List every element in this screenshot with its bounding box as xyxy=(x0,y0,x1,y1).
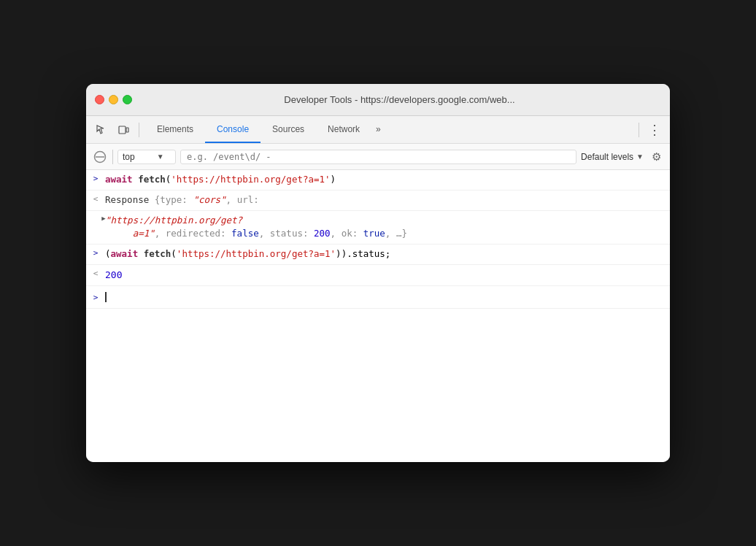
devtools-toolbar: Elements Console Sources Network » ⋮ xyxy=(86,116,670,144)
console-line: ▶ "https://httpbin.org/get? a=1", redire… xyxy=(86,211,670,245)
input-indicator-icon: > xyxy=(86,246,105,260)
string-span: 'https://httpbin.org/get?a=1' xyxy=(177,248,336,259)
console-input-line[interactable]: > xyxy=(86,286,670,309)
console-line-content: Response {type: "cors", url: xyxy=(105,192,664,209)
console-body: > await fetch('https://httpbin.org/get?a… xyxy=(86,170,670,462)
console-line: < Response {type: "cors", url: xyxy=(86,191,670,211)
output-value: 200 xyxy=(105,269,122,280)
svg-rect-1 xyxy=(126,128,128,132)
window-title: Developer Tools - https://developers.goo… xyxy=(138,94,661,105)
tab-sources[interactable]: Sources xyxy=(261,116,316,143)
inspect-element-icon[interactable] xyxy=(92,120,111,139)
device-toggle-icon[interactable] xyxy=(114,120,133,139)
filter-input-wrap xyxy=(180,150,576,164)
close-button[interactable] xyxy=(95,95,104,104)
console-input-content[interactable] xyxy=(105,289,670,306)
context-selector[interactable]: top ▼ xyxy=(117,150,176,164)
devtools-tabs: Elements Console Sources Network » xyxy=(145,116,633,143)
expand-icon: ▶ xyxy=(86,212,105,224)
console-line-content: 200 xyxy=(105,266,664,284)
console-toolbar: top ▼ Default levels ▼ ⚙ xyxy=(86,144,670,170)
toolbar-separator xyxy=(139,123,139,137)
console-line: < 200 xyxy=(86,265,670,286)
function-span: fetch xyxy=(144,248,171,259)
tab-network[interactable]: Network xyxy=(316,116,371,143)
console-line-content: "https://httpbin.org/get? a=1", redirect… xyxy=(105,212,664,243)
function-span: fetch xyxy=(138,174,166,185)
traffic-lights xyxy=(95,95,132,104)
string-span: 'https://httpbin.org/get?a=1' xyxy=(171,174,330,185)
cursor-input-icon: > xyxy=(86,291,105,304)
levels-arrow-icon: ▼ xyxy=(636,153,644,161)
context-arrow-icon: ▼ xyxy=(157,153,164,161)
keyword-span: await xyxy=(111,248,144,259)
tab-console[interactable]: Console xyxy=(205,116,261,143)
minimize-button[interactable] xyxy=(109,95,118,104)
filter-input[interactable] xyxy=(187,152,570,162)
settings-icon[interactable]: ⚙ xyxy=(648,149,664,165)
console-line-content: await fetch('https://httpbin.org/get?a=1… xyxy=(105,172,664,188)
maximize-button[interactable] xyxy=(123,95,132,104)
input-indicator-icon: > xyxy=(86,172,105,185)
devtools-window: Developer Tools - https://developers.goo… xyxy=(86,84,670,462)
tab-elements[interactable]: Elements xyxy=(145,116,205,143)
levels-selector[interactable]: Default levels ▼ xyxy=(581,152,644,162)
toolbar-separator-2 xyxy=(639,123,639,137)
more-tabs-button[interactable]: » xyxy=(371,116,385,143)
titlebar: Developer Tools - https://developers.goo… xyxy=(86,84,670,116)
svg-rect-0 xyxy=(119,126,126,134)
output-indicator-icon: < xyxy=(86,192,105,206)
console-line: > await fetch('https://httpbin.org/get?a… xyxy=(86,170,670,191)
output-indicator-icon: < xyxy=(86,266,105,280)
clear-console-button[interactable] xyxy=(92,149,108,165)
keyword-span: await xyxy=(105,174,138,185)
devtools-menu-icon[interactable]: ⋮ xyxy=(645,122,664,138)
console-line: > (await fetch('https://httpbin.org/get?… xyxy=(86,245,670,265)
console-toolbar-sep xyxy=(112,150,113,164)
console-line-content: (await fetch('https://httpbin.org/get?a=… xyxy=(105,246,664,263)
text-cursor xyxy=(105,292,107,302)
